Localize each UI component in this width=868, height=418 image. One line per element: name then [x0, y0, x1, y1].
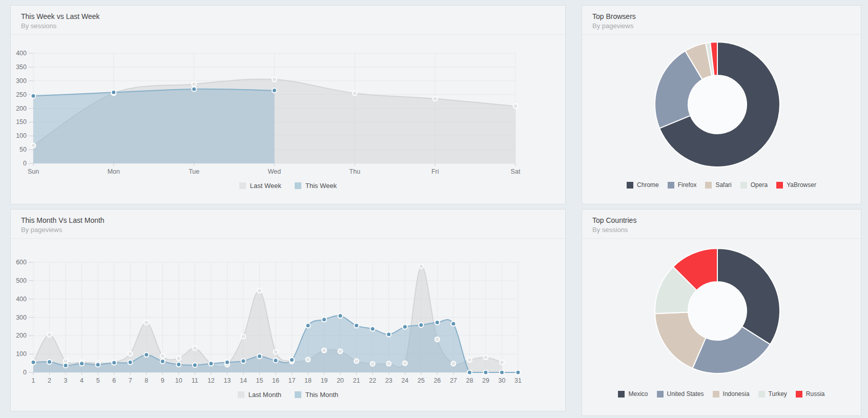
y-axis-label: 350 — [16, 64, 27, 71]
this-month-point[interactable] — [338, 314, 343, 318]
last-month-point[interactable] — [467, 358, 472, 362]
this-week-point[interactable] — [111, 90, 116, 95]
last-week-point[interactable] — [272, 77, 277, 82]
this-month-point[interactable] — [112, 361, 116, 365]
this-month-point[interactable] — [370, 327, 375, 331]
last-month-point[interactable] — [354, 359, 359, 363]
x-axis-label: 13 — [223, 377, 231, 384]
y-axis-label: 500 — [16, 277, 27, 284]
this-week-point[interactable] — [192, 87, 196, 91]
this-month-point[interactable] — [176, 362, 181, 367]
this-month-point[interactable] — [306, 323, 311, 328]
week-area-chart[interactable]: SunMonTueWedThuFriSat0501001502002503003… — [11, 35, 565, 177]
this-week-point[interactable] — [31, 94, 36, 98]
this-month-point[interactable] — [483, 370, 488, 375]
last-week-point[interactable] — [353, 91, 357, 95]
last-week-point[interactable] — [192, 82, 196, 87]
this-month-point[interactable] — [225, 360, 230, 365]
last-month-point[interactable] — [483, 355, 488, 360]
legend-item-last-week[interactable]: Last Week — [239, 182, 281, 190]
y-axis-label: 300 — [16, 77, 27, 85]
this-month-point[interactable] — [96, 362, 100, 367]
this-month-point[interactable] — [467, 370, 472, 375]
last-month-point[interactable] — [403, 361, 407, 366]
last-month-point[interactable] — [451, 361, 456, 366]
this-week-point[interactable] — [272, 88, 277, 93]
browsers-donut-chart[interactable] — [582, 35, 861, 174]
donut-hole — [689, 282, 746, 340]
last-month-point[interactable] — [386, 361, 391, 366]
last-month-point[interactable] — [144, 320, 149, 325]
legend-item-indonesia[interactable]: Indonesia — [713, 390, 750, 398]
countries-donut-chart[interactable] — [582, 239, 861, 383]
browsers-chart-legend: ChromeFirefoxSafariOperaYaBrowser — [582, 181, 861, 189]
last-month-point[interactable] — [306, 357, 311, 362]
this-month-point[interactable] — [79, 361, 84, 366]
this-month-point[interactable] — [354, 323, 359, 328]
last-month-point[interactable] — [419, 264, 423, 268]
this-month-point[interactable] — [209, 361, 213, 366]
legend-item-yabrowser[interactable]: YaBrowser — [776, 181, 816, 189]
x-axis-label: Mon — [108, 168, 120, 175]
legend-item-mexico[interactable]: Mexico — [618, 390, 648, 398]
this-month-point[interactable] — [403, 325, 407, 329]
last-month-point[interactable] — [47, 332, 52, 337]
last-month-point[interactable] — [435, 337, 440, 342]
this-month-point[interactable] — [241, 359, 245, 363]
this-month-point[interactable] — [160, 359, 165, 364]
this-month-point[interactable] — [274, 358, 278, 363]
this-week-area — [33, 89, 275, 163]
x-axis-label: 21 — [353, 377, 360, 384]
this-month-point[interactable] — [47, 360, 52, 364]
last-month-point[interactable] — [500, 360, 504, 365]
last-month-point[interactable] — [160, 353, 165, 358]
this-month-point[interactable] — [128, 360, 133, 365]
legend-item-last-month[interactable]: Last Month — [238, 391, 281, 399]
last-month-point[interactable] — [322, 348, 326, 353]
this-month-point[interactable] — [386, 332, 391, 337]
this-month-point[interactable] — [451, 322, 456, 326]
y-axis-label: 100 — [16, 350, 27, 358]
legend-item-opera[interactable]: Opera — [740, 181, 768, 189]
last-month-point[interactable] — [176, 356, 181, 361]
this-month-point[interactable] — [322, 317, 326, 322]
y-axis-label: 0 — [23, 160, 27, 167]
legend-item-firefox[interactable]: Firefox — [668, 181, 697, 189]
x-axis-label: 18 — [304, 377, 312, 384]
legend-item-this-week[interactable]: This Week — [295, 182, 337, 190]
x-axis-label: 11 — [192, 377, 198, 384]
legend-item-united-states[interactable]: United States — [657, 390, 704, 398]
last-week-point[interactable] — [513, 104, 518, 109]
x-axis-label: 30 — [499, 377, 506, 384]
legend-item-turkey[interactable]: Turkey — [758, 390, 787, 398]
legend-swatch — [295, 182, 301, 189]
last-month-point[interactable] — [274, 349, 278, 354]
this-month-point[interactable] — [193, 363, 197, 367]
legend-swatch — [776, 182, 783, 189]
last-month-point[interactable] — [257, 288, 262, 293]
last-month-point[interactable] — [241, 335, 245, 339]
panel-browsers-title: Top Browsers — [592, 11, 851, 22]
this-month-point[interactable] — [31, 360, 36, 365]
legend-item-russia[interactable]: Russia — [796, 390, 825, 398]
last-week-point[interactable] — [433, 96, 438, 101]
legend-item-chrome[interactable]: Chrome — [627, 181, 659, 189]
this-month-point[interactable] — [435, 320, 440, 325]
month-area-chart[interactable]: 1234567891011121314151617181920212223242… — [11, 239, 565, 386]
this-month-point[interactable] — [500, 370, 504, 375]
this-month-point[interactable] — [144, 352, 149, 357]
legend-label: Firefox — [678, 181, 697, 189]
this-month-point[interactable] — [516, 370, 521, 375]
last-month-point[interactable] — [128, 351, 133, 356]
legend-item-this-month[interactable]: This Month — [295, 391, 338, 399]
panel-week-subtitle: By sessions — [21, 22, 555, 31]
last-month-point[interactable] — [370, 362, 375, 366]
legend-item-safari[interactable]: Safari — [705, 181, 731, 189]
this-month-point[interactable] — [290, 358, 294, 362]
this-month-point[interactable] — [257, 354, 262, 359]
this-month-point[interactable] — [64, 363, 68, 368]
last-month-point[interactable] — [193, 346, 197, 350]
last-week-point[interactable] — [31, 143, 36, 148]
this-month-point[interactable] — [419, 323, 423, 327]
last-month-point[interactable] — [338, 349, 343, 353]
